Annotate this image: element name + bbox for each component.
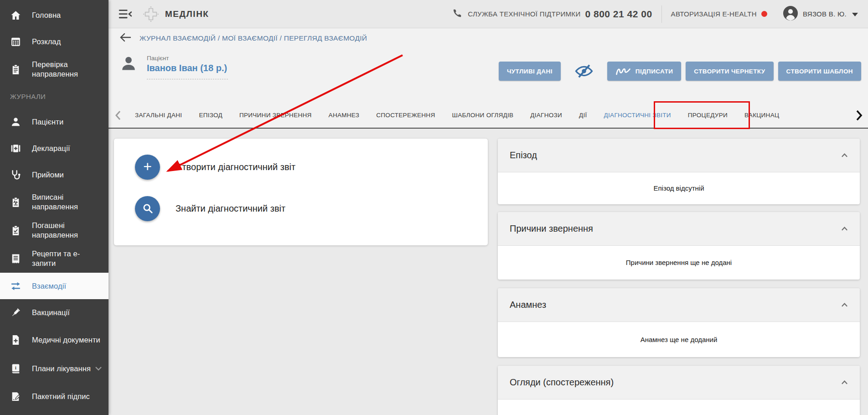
collapse-sidebar-icon[interactable] [119,9,132,19]
create-draft-label: СТВОРИТИ ЧЕРНЕТКУ [694,68,765,75]
sign-button[interactable]: ПІДПИСАТИ [607,62,682,81]
chevron-up-icon [841,379,848,386]
panel-title: Анамнез [510,300,546,310]
create-template-button[interactable]: СТВОРИТИ ШАБЛОН [778,62,861,81]
sidebar: Головна Розклад Перевірка направлення ЖУ… [0,0,108,415]
find-report-label: Знайти діагностичний звіт [176,203,285,214]
batch-sign-icon [10,390,24,403]
tab-vaccinations[interactable]: ВАКЦИНАЦ [744,112,779,119]
sidebar-item-label: Виписані направлення [32,192,102,212]
sidebar-item-home[interactable]: Головна [0,2,108,28]
tab-diagnoses[interactable]: ДІАГНОЗИ [530,112,562,119]
chevron-down-icon[interactable] [95,364,102,373]
sidebar-item-schedule[interactable]: Розклад [0,28,108,55]
patient-avatar-icon [120,55,137,79]
tabs-scroll-right-icon[interactable] [856,110,863,121]
panel-body: Анамнез ще не доданий [498,322,860,357]
phone-icon [452,8,462,20]
tab-general-data[interactable]: ЗАГАЛЬНІ ДАНІ [135,112,182,119]
tabs-scroll-left-icon[interactable] [115,110,121,120]
panel-title: Епізод [510,150,537,161]
auth-status-dot [761,11,767,17]
create-report-label: Створити діагностичний звіт [176,162,295,172]
panel-body [498,399,860,415]
support-label: СЛУЖБА ТЕХНІЧНОЇ ПІДТРИМКИ [468,10,580,18]
breadcrumb[interactable]: ЖУРНАЛ ВЗАЄМОДІЙ / МОЇ ВЗАЄМОДІЇ / ПЕРЕГ… [140,34,367,42]
sidebar-item-label: Медичні документи [32,335,100,345]
patient-underline [147,79,228,79]
support-block: СЛУЖБА ТЕХНІЧНОЇ ПІДТРИМКИ 0 800 21 42 0… [452,8,652,20]
tab-visit-reasons[interactable]: ПРИЧИНИ ЗВЕРНЕННЯ [239,112,312,119]
medical-documents-icon [10,333,24,346]
tab-diagnostic-reports[interactable]: ДІАГНОСТИЧНІ ЗВІТИ [604,112,671,119]
sidebar-item-label: Перевірка направлення [32,60,102,79]
sidebar-item-label: Пакетний підпис [32,392,90,401]
sidebar-item-treatment-plans[interactable]: i Плани лікування [0,354,108,383]
referral-check-icon [10,63,24,76]
create-diagnostic-report-action[interactable]: + Створити діагностичний звіт [135,154,488,180]
header-divider [661,5,662,23]
panel-anamnesis-header[interactable]: Анамнез [498,288,860,322]
redeemed-referrals-icon [10,224,24,237]
sensitive-data-button[interactable]: ЧУТЛИВІ ДАНІ [499,62,561,81]
sidebar-item-patients[interactable]: Пацієнти [0,109,108,135]
back-arrow-icon[interactable] [119,32,131,44]
auth-status[interactable]: АВТОРИЗАЦІЯ E-HEALTH [671,10,767,18]
patient-name[interactable]: Іванов Іван (18 р.) [147,63,228,73]
sidebar-item-declarations[interactable]: Декларації [0,135,108,161]
sidebar-item-redeemed-referrals[interactable]: Погашені направлення [0,216,108,244]
panel-episode-header[interactable]: Епізод [498,139,860,172]
sidebar-item-batch-signature[interactable]: Пакетний підпис [0,383,108,410]
sidebar-item-issued-referrals[interactable]: Виписані направлення [0,188,108,216]
tab-episode[interactable]: ЕПІЗОД [199,112,222,119]
sidebar-item-label: Декларації [32,144,70,153]
interactions-icon [10,280,24,292]
sidebar-item-label: Головна [32,10,61,20]
sidebar-item-label: Вакцинації [32,308,70,317]
panel-visit-reasons-header[interactable]: Причини звернення [498,212,860,246]
panel-empty-text: Анамнез ще не доданий [641,336,718,343]
sidebar-item-label: Взаємодії [32,281,66,291]
sidebar-item-referral-check[interactable]: Перевірка направлення [0,55,108,84]
auth-label: АВТОРИЗАЦІЯ E-HEALTH [671,10,757,18]
panel-body: Епізод відсутній [498,172,860,204]
sidebar-item-label: Плани лікування [32,364,91,374]
search-icon[interactable] [135,196,160,221]
sidebar-item-label: Рецепти та е-запити [32,249,102,268]
user-name: ВЯЗОВ В. Ю. [803,10,847,18]
user-menu[interactable]: ВЯЗОВ В. Ю. [783,5,858,23]
signature-icon [615,66,631,76]
eye-slash-icon[interactable] [574,63,594,79]
sidebar-section-journals: ЖУРНАЛИ [0,84,108,109]
create-draft-button[interactable]: СТВОРИТИ ЧЕРНЕТКУ [686,62,773,81]
chevron-up-icon [841,225,848,232]
syringe-icon [10,306,24,319]
support-phone: 0 800 21 42 00 [585,9,652,20]
record-tabs: ЗАГАЛЬНІ ДАНІ ЕПІЗОД ПРИЧИНИ ЗВЕРНЕННЯ А… [108,103,868,129]
panel-observations-header[interactable]: Огляди (спостереження) [498,366,860,399]
issued-referrals-icon [10,196,24,208]
main-content: + Створити діагностичний звіт Знайти діа… [108,130,868,415]
calendar-icon [10,35,24,48]
declarations-icon [10,142,24,155]
find-diagnostic-report-action[interactable]: Знайти діагностичний звіт [135,196,488,221]
panel-episode: Епізод Епізод відсутній [498,139,860,204]
sidebar-item-medical-documents[interactable]: Медичні документи [0,326,108,354]
create-template-label: СТВОРИТИ ШАБЛОН [786,68,853,75]
chevron-up-icon [841,152,848,159]
sidebar-item-vaccinations[interactable]: Вакцинації [0,299,108,326]
sidebar-item-appointments[interactable]: Прийоми [0,161,108,188]
sidebar-item-interactions[interactable]: Взаємодії [0,273,108,299]
panel-anamnesis: Анамнез Анамнез ще не доданий [498,288,860,357]
action-buttons: ЧУТЛИВІ ДАНІ ПІДПИСАТИ СТВОРИТИ ЧЕРНЕТКУ… [499,62,861,81]
tab-actions[interactable]: ДІЇ [579,112,587,119]
page-topbar: ЖУРНАЛ ВЗАЄМОДІЙ / МОЇ ВЗАЄМОДІЇ / ПЕРЕГ… [108,28,868,103]
tab-anamnesis[interactable]: АНАМНЕЗ [329,112,360,119]
sign-label: ПІДПИСАТИ [636,68,673,75]
tab-procedures[interactable]: ПРОЦЕДУРИ [688,112,728,119]
panel-title: Огляди (спостереження) [510,377,614,388]
plus-icon[interactable]: + [135,155,160,180]
tab-exam-templates[interactable]: ШАБЛОНИ ОГЛЯДІВ [452,112,513,119]
tab-observations[interactable]: СПОСТЕРЕЖЕННЯ [376,112,435,119]
sidebar-item-prescriptions[interactable]: Рецепти та е-запити [0,244,108,273]
